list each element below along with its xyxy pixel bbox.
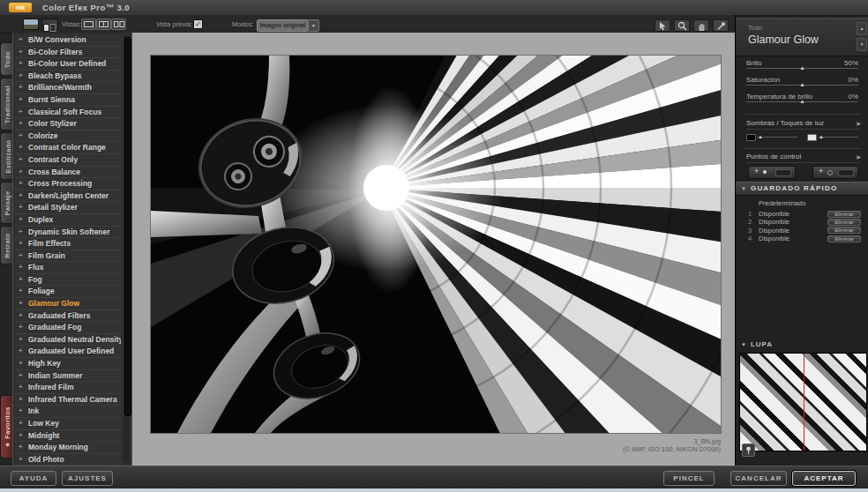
disclosure-icon[interactable]: ▼ (741, 342, 747, 347)
loupe-preview[interactable] (739, 353, 867, 451)
slot-delete-button[interactable]: Eliminar (827, 219, 861, 226)
control-points-header[interactable]: Puntos de control ▶ (746, 153, 861, 163)
ayuda-button[interactable]: AYUDA (11, 471, 56, 486)
slider-handle[interactable]: ▲ (799, 81, 804, 87)
compare-panel-icon[interactable] (41, 19, 58, 30)
filter-item[interactable]: +Infrared Thermal Camera (15, 394, 121, 406)
expand-icon[interactable]: + (19, 262, 23, 273)
slot-delete-button[interactable]: Eliminar (827, 227, 861, 234)
expand-icon[interactable]: + (19, 250, 23, 262)
filter-item[interactable]: +Old Photo (15, 454, 121, 466)
filter-item[interactable]: +Bleach Bypass (15, 71, 121, 83)
filter-item[interactable]: +Detail Stylizer (15, 202, 121, 214)
expand-icon[interactable]: + (19, 214, 23, 226)
expand-icon[interactable]: + (19, 418, 23, 429)
slider-saturacion[interactable]: Saturación0% ▲ (746, 76, 858, 91)
loupe-section-header[interactable]: ▼LUPA (741, 340, 773, 348)
filter-item[interactable]: +Low Key (15, 418, 121, 430)
expand-icon[interactable]: + (19, 107, 23, 118)
disclosure-icon[interactable]: ▼ (741, 186, 746, 191)
expand-icon[interactable]: + (19, 346, 23, 357)
expand-icon[interactable]: + (19, 118, 23, 130)
cancelar-button[interactable]: CANCELAR (730, 471, 787, 486)
mini-slider-handle[interactable]: ▲ (819, 134, 824, 139)
filter-item[interactable]: +Bi-Color User Defined (15, 58, 121, 71)
single-view-button[interactable] (81, 19, 96, 30)
expand-icon[interactable]: + (19, 94, 23, 106)
expand-icon[interactable]: + (19, 47, 23, 58)
expand-icon[interactable]: + (19, 238, 23, 250)
filter-item[interactable]: +Monday Morning (15, 442, 121, 454)
filter-item[interactable]: +Indian Summer (15, 370, 121, 383)
filter-item[interactable]: +Classical Soft Focus (15, 107, 121, 119)
expand-icon[interactable]: + (19, 227, 23, 238)
filter-item[interactable]: +Brilliance/Warmth (15, 82, 121, 94)
expand-icon[interactable]: + (19, 190, 23, 202)
modos-dropdown-arrow-icon[interactable]: ▼ (308, 19, 319, 32)
filter-item[interactable]: +Flux (15, 262, 121, 274)
expand-icon[interactable]: + (19, 167, 23, 178)
expand-icon[interactable]: + (19, 58, 23, 70)
add-control-point-minus-button[interactable]: + (812, 166, 858, 179)
filter-item[interactable]: +Color Stylizer (15, 118, 121, 130)
eyedropper-tool-button[interactable] (713, 19, 729, 32)
filter-item[interactable]: +Foliage (15, 286, 121, 298)
mini-slider-track[interactable] (819, 137, 858, 138)
image-preview[interactable] (150, 55, 722, 434)
filter-item[interactable]: +Infrared Film (15, 382, 121, 394)
zoom-tool-button[interactable] (674, 19, 690, 32)
pan-tool-button[interactable] (693, 19, 709, 32)
slider-handle[interactable]: ▲ (799, 98, 804, 104)
pincel-button[interactable]: PINCEL (663, 471, 715, 486)
filter-list-scrollbar[interactable] (123, 35, 130, 463)
expand-icon[interactable]: + (19, 406, 23, 417)
filter-item[interactable]: +High Key (15, 358, 121, 370)
vista-previa-checkbox[interactable]: ✓ (193, 19, 203, 29)
expand-icon[interactable]: + (19, 142, 23, 153)
previous-filter-button[interactable]: ▲ (857, 22, 867, 35)
filter-item[interactable]: +Glamour Glow (15, 298, 121, 310)
expand-icon[interactable]: + (19, 310, 23, 322)
filter-item[interactable]: +Cross Processing (15, 178, 121, 190)
expand-icon[interactable]: + (19, 382, 23, 393)
quick-save-section-header[interactable]: ▼GUARDADO RÁPIDO (736, 182, 868, 196)
add-control-point-plus-button[interactable]: + (748, 166, 796, 179)
ajustes-button[interactable]: AJUSTES (62, 471, 113, 486)
filter-item[interactable]: +Burnt Sienna (15, 94, 121, 107)
filter-item[interactable]: +Graduated Fog (15, 322, 121, 334)
expand-icon[interactable]: + (19, 130, 23, 142)
expand-icon[interactable]: + (19, 178, 23, 190)
filter-item[interactable]: +Film Effects (15, 238, 121, 250)
slot-delete-button[interactable]: Eliminar (827, 211, 861, 218)
filter-item[interactable]: +Bi-Color Filters (15, 47, 121, 59)
expand-icon[interactable]: + (19, 370, 23, 382)
filter-item[interactable]: +Film Grain (15, 250, 121, 263)
side-by-side-view-button[interactable] (111, 19, 126, 30)
slider-handle[interactable]: ▲ (799, 64, 804, 71)
next-filter-button[interactable]: ▼ (857, 38, 867, 51)
expand-icon[interactable]: + (19, 394, 23, 406)
image-thumbnail-icon[interactable] (23, 19, 39, 30)
expand-icon[interactable]: + (19, 298, 23, 309)
modos-dropdown[interactable]: Imagen original (257, 19, 309, 32)
shadows-mini-slider[interactable]: ▲ (746, 132, 797, 143)
filter-item[interactable]: +Ink (15, 406, 121, 418)
slider-brillo[interactable]: Brillo50% ▲ (746, 59, 858, 74)
expand-icon[interactable]: + (19, 334, 23, 346)
mini-slider-handle[interactable]: ▲ (758, 134, 763, 139)
expand-icon[interactable]: + (19, 454, 23, 466)
expand-icon[interactable]: + (19, 34, 23, 46)
shadows-highlights-header[interactable]: Sombras / Toques de luz ▶ (746, 119, 861, 130)
filter-item[interactable]: +Duplex (15, 214, 121, 227)
expand-icon[interactable]: + (19, 202, 23, 213)
expand-icon[interactable]: + (19, 71, 23, 82)
disclosure-icon[interactable]: ▶ (857, 120, 861, 126)
filter-item[interactable]: +Colorize (15, 130, 121, 143)
filter-item[interactable]: +Contrast Only (15, 154, 121, 167)
slot-delete-button[interactable]: Eliminar (827, 235, 861, 242)
scrollbar-thumb[interactable] (124, 37, 131, 416)
expand-icon[interactable]: + (19, 430, 23, 442)
filter-item[interactable]: +Darken/Lighten Center (15, 190, 121, 203)
aceptar-button[interactable]: ACEPTAR (792, 471, 856, 486)
slider-temperatura[interactable]: Temperatura de brillo0% ▲ (746, 93, 858, 108)
